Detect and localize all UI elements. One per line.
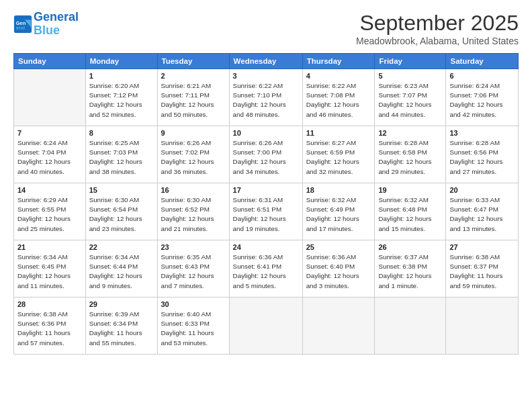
- day-info: Sunrise: 6:35 AM Sunset: 6:43 PM Dayligh…: [161, 253, 226, 291]
- day-number: 17: [233, 186, 299, 194]
- calendar-cell: [229, 298, 302, 355]
- day-info: Sunrise: 6:23 AM Sunset: 7:07 PM Dayligh…: [378, 81, 442, 120]
- day-number: 22: [89, 243, 154, 251]
- day-number: 28: [17, 300, 82, 308]
- day-number: 10: [233, 129, 299, 137]
- svg-text:eral: eral: [16, 25, 25, 31]
- day-number: 14: [17, 186, 82, 194]
- day-number: 1: [89, 72, 154, 80]
- week-row-5: 28Sunrise: 6:38 AM Sunset: 6:36 PM Dayli…: [14, 298, 519, 355]
- calendar-cell: 1Sunrise: 6:20 AM Sunset: 7:12 PM Daylig…: [85, 69, 157, 126]
- day-info: Sunrise: 6:27 AM Sunset: 6:59 PM Dayligh…: [306, 138, 371, 177]
- calendar-cell: 6Sunrise: 6:24 AM Sunset: 7:06 PM Daylig…: [446, 69, 519, 126]
- calendar-table: SundayMondayTuesdayWednesdayThursdayFrid…: [13, 53, 519, 355]
- day-info: Sunrise: 6:21 AM Sunset: 7:11 PM Dayligh…: [161, 81, 226, 120]
- day-number: 7: [17, 129, 82, 137]
- day-number: 12: [378, 129, 442, 137]
- day-number: 24: [233, 243, 299, 251]
- calendar-cell: 11Sunrise: 6:27 AM Sunset: 6:59 PM Dayli…: [302, 126, 375, 183]
- calendar-cell: 27Sunrise: 6:38 AM Sunset: 6:37 PM Dayli…: [446, 240, 519, 298]
- day-number: 18: [306, 186, 371, 194]
- calendar-cell: 9Sunrise: 6:26 AM Sunset: 7:02 PM Daylig…: [157, 126, 229, 183]
- header: Gen eral GeneralBlue September 2025 Mead…: [13, 11, 519, 46]
- calendar-cell: 10Sunrise: 6:26 AM Sunset: 7:00 PM Dayli…: [229, 126, 302, 183]
- day-info: Sunrise: 6:33 AM Sunset: 6:47 PM Dayligh…: [449, 195, 515, 234]
- calendar-cell: 19Sunrise: 6:32 AM Sunset: 6:48 PM Dayli…: [375, 183, 446, 240]
- week-row-3: 14Sunrise: 6:29 AM Sunset: 6:55 PM Dayli…: [14, 183, 519, 240]
- calendar-cell: 12Sunrise: 6:28 AM Sunset: 6:58 PM Dayli…: [375, 126, 446, 183]
- logo: Gen eral GeneralBlue: [13, 11, 79, 38]
- calendar-cell: 30Sunrise: 6:40 AM Sunset: 6:33 PM Dayli…: [157, 298, 229, 355]
- calendar-cell: 22Sunrise: 6:34 AM Sunset: 6:44 PM Dayli…: [85, 240, 157, 298]
- weekday-header-wednesday: Wednesday: [229, 54, 302, 69]
- calendar-cell: [302, 298, 375, 355]
- day-info: Sunrise: 6:32 AM Sunset: 6:48 PM Dayligh…: [378, 195, 442, 234]
- week-row-1: 1Sunrise: 6:20 AM Sunset: 7:12 PM Daylig…: [14, 69, 519, 126]
- day-info: Sunrise: 6:38 AM Sunset: 6:37 PM Dayligh…: [449, 253, 515, 291]
- day-number: 9: [161, 129, 226, 137]
- calendar-cell: 17Sunrise: 6:31 AM Sunset: 6:51 PM Dayli…: [229, 183, 302, 240]
- calendar-cell: 16Sunrise: 6:30 AM Sunset: 6:52 PM Dayli…: [157, 183, 229, 240]
- logo-text: GeneralBlue: [34, 11, 79, 38]
- calendar-page: Gen eral GeneralBlue September 2025 Mead…: [0, 0, 532, 411]
- day-number: 13: [449, 129, 515, 137]
- location-title: Meadowbrook, Alabama, United States: [356, 36, 519, 46]
- day-number: 16: [161, 186, 226, 194]
- weekday-header-friday: Friday: [375, 54, 446, 69]
- day-number: 29: [89, 300, 154, 308]
- calendar-cell: 24Sunrise: 6:36 AM Sunset: 6:41 PM Dayli…: [229, 240, 302, 298]
- calendar-cell: 13Sunrise: 6:28 AM Sunset: 6:56 PM Dayli…: [446, 126, 519, 183]
- weekday-header-saturday: Saturday: [446, 54, 519, 69]
- day-info: Sunrise: 6:24 AM Sunset: 7:04 PM Dayligh…: [17, 138, 82, 177]
- title-block: September 2025 Meadowbrook, Alabama, Uni…: [356, 11, 519, 46]
- day-info: Sunrise: 6:34 AM Sunset: 6:44 PM Dayligh…: [89, 253, 154, 291]
- day-info: Sunrise: 6:28 AM Sunset: 6:56 PM Dayligh…: [449, 138, 515, 177]
- day-info: Sunrise: 6:30 AM Sunset: 6:54 PM Dayligh…: [89, 195, 154, 234]
- day-info: Sunrise: 6:26 AM Sunset: 7:02 PM Dayligh…: [161, 138, 226, 177]
- day-number: 2: [161, 72, 226, 80]
- day-number: 27: [449, 243, 515, 251]
- day-number: 15: [89, 186, 154, 194]
- day-info: Sunrise: 6:40 AM Sunset: 6:33 PM Dayligh…: [161, 310, 226, 348]
- day-info: Sunrise: 6:34 AM Sunset: 6:45 PM Dayligh…: [17, 253, 82, 291]
- day-number: 6: [449, 72, 515, 80]
- calendar-cell: [14, 69, 86, 126]
- calendar-cell: 18Sunrise: 6:32 AM Sunset: 6:49 PM Dayli…: [302, 183, 375, 240]
- calendar-cell: 8Sunrise: 6:25 AM Sunset: 7:03 PM Daylig…: [85, 126, 157, 183]
- day-info: Sunrise: 6:29 AM Sunset: 6:55 PM Dayligh…: [17, 195, 82, 234]
- logo-icon: Gen eral: [13, 15, 32, 34]
- weekday-header-sunday: Sunday: [14, 54, 86, 69]
- calendar-cell: 21Sunrise: 6:34 AM Sunset: 6:45 PM Dayli…: [14, 240, 86, 298]
- calendar-cell: 15Sunrise: 6:30 AM Sunset: 6:54 PM Dayli…: [85, 183, 157, 240]
- day-number: 8: [89, 129, 154, 137]
- day-info: Sunrise: 6:39 AM Sunset: 6:34 PM Dayligh…: [89, 310, 154, 348]
- day-info: Sunrise: 6:26 AM Sunset: 7:00 PM Dayligh…: [233, 138, 299, 177]
- weekday-header-row: SundayMondayTuesdayWednesdayThursdayFrid…: [14, 54, 519, 69]
- day-number: 21: [17, 243, 82, 251]
- day-info: Sunrise: 6:37 AM Sunset: 6:38 PM Dayligh…: [378, 253, 442, 291]
- calendar-cell: 7Sunrise: 6:24 AM Sunset: 7:04 PM Daylig…: [14, 126, 86, 183]
- calendar-cell: 20Sunrise: 6:33 AM Sunset: 6:47 PM Dayli…: [446, 183, 519, 240]
- day-number: 23: [161, 243, 226, 251]
- day-number: 26: [378, 243, 442, 251]
- calendar-cell: 2Sunrise: 6:21 AM Sunset: 7:11 PM Daylig…: [157, 69, 229, 126]
- day-info: Sunrise: 6:38 AM Sunset: 6:36 PM Dayligh…: [17, 310, 82, 348]
- month-title: September 2025: [356, 11, 519, 36]
- day-number: 11: [306, 129, 371, 137]
- day-info: Sunrise: 6:31 AM Sunset: 6:51 PM Dayligh…: [233, 195, 299, 234]
- day-info: Sunrise: 6:25 AM Sunset: 7:03 PM Dayligh…: [89, 138, 154, 177]
- day-number: 19: [378, 186, 442, 194]
- day-number: 30: [161, 300, 226, 308]
- week-row-2: 7Sunrise: 6:24 AM Sunset: 7:04 PM Daylig…: [14, 126, 519, 183]
- calendar-cell: [375, 298, 446, 355]
- week-row-4: 21Sunrise: 6:34 AM Sunset: 6:45 PM Dayli…: [14, 240, 519, 298]
- calendar-cell: 25Sunrise: 6:36 AM Sunset: 6:40 PM Dayli…: [302, 240, 375, 298]
- day-info: Sunrise: 6:24 AM Sunset: 7:06 PM Dayligh…: [449, 81, 515, 120]
- calendar-cell: 14Sunrise: 6:29 AM Sunset: 6:55 PM Dayli…: [14, 183, 86, 240]
- calendar-cell: [446, 298, 519, 355]
- weekday-header-thursday: Thursday: [302, 54, 375, 69]
- weekday-header-monday: Monday: [85, 54, 157, 69]
- calendar-cell: 5Sunrise: 6:23 AM Sunset: 7:07 PM Daylig…: [375, 69, 446, 126]
- calendar-cell: 26Sunrise: 6:37 AM Sunset: 6:38 PM Dayli…: [375, 240, 446, 298]
- day-info: Sunrise: 6:32 AM Sunset: 6:49 PM Dayligh…: [306, 195, 371, 234]
